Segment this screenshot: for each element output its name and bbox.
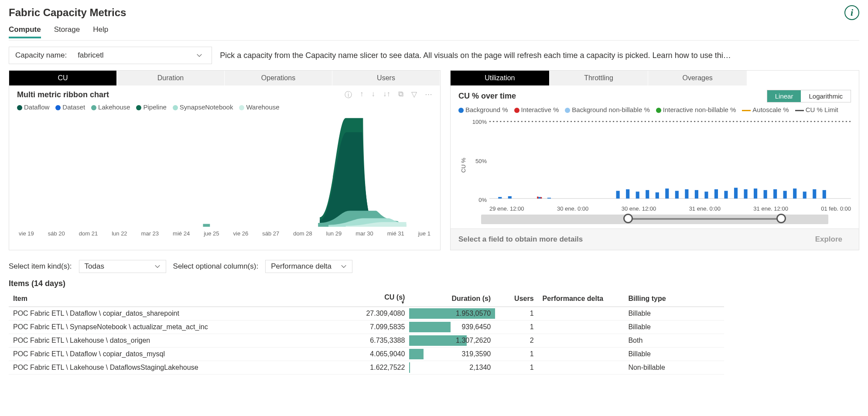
cell-billing: Billable	[624, 321, 724, 334]
svg-rect-13	[675, 191, 679, 199]
col-users[interactable]: Users	[495, 291, 538, 307]
svg-rect-20	[744, 189, 747, 198]
ribbon-chart[interactable]	[17, 113, 432, 227]
tab-cu[interactable]: CU	[9, 71, 117, 85]
cell-users: 1	[495, 361, 538, 375]
legend-item[interactable]: Dataflow	[17, 103, 49, 111]
item-kind-label: Select item kind(s):	[9, 262, 72, 271]
cu-yticks: 100%50%0%	[467, 119, 487, 203]
scale-log[interactable]: Logarithmic	[801, 90, 851, 102]
info-icon[interactable]: ⓘ	[345, 90, 352, 100]
legend-item[interactable]: Warehouse	[239, 103, 279, 111]
col-item[interactable]: Item	[9, 291, 338, 307]
arrow-down-icon[interactable]: ↓	[372, 90, 376, 100]
cell-item: POC Fabric ETL \ Dataflow \ copiar_datos…	[9, 348, 338, 361]
svg-rect-19	[734, 188, 738, 199]
svg-rect-24	[783, 191, 787, 199]
cu-yaxis-label: CU %	[458, 119, 467, 212]
scale-linear[interactable]: Linear	[767, 90, 801, 102]
table-row[interactable]: POC Fabric ETL \ Lakehouse \ datos_orige…	[9, 334, 724, 348]
right-metric-tabs: Utilization Throttling Overages	[451, 71, 747, 85]
col-cu[interactable]: CU (s)▼	[338, 291, 409, 307]
legend-item[interactable]: Background non-billable %	[565, 106, 649, 113]
legend-item[interactable]: Autoscale %	[742, 106, 789, 113]
legend-item[interactable]: Pipeline	[136, 103, 166, 111]
legend-item[interactable]: Background %	[458, 106, 508, 113]
filter-icon[interactable]: ▽	[411, 90, 417, 100]
cell-billing: Non-billable	[624, 361, 724, 375]
svg-rect-6	[547, 198, 551, 199]
cell-cu: 6.735,3388	[338, 334, 409, 348]
tab-overages[interactable]: Overages	[648, 71, 747, 85]
cu-chart[interactable]: CU % 100%50%0% 29 en	[451, 116, 859, 212]
legend-item[interactable]: Lakehouse	[91, 103, 130, 111]
table-row[interactable]: POC Fabric ETL \ SynapseNotebook \ actua…	[9, 321, 724, 334]
svg-rect-15	[695, 190, 698, 198]
cell-item: POC Fabric ETL \ Dataflow \ copiar_datos…	[9, 307, 338, 321]
svg-rect-4	[508, 196, 512, 198]
capacity-value: fabricetl	[78, 51, 104, 60]
svg-rect-14	[685, 189, 688, 198]
chevron-down-icon	[196, 52, 202, 58]
cell-duration: 1.307,2620	[409, 334, 495, 348]
left-metric-tabs: CU Duration Operations Users	[9, 71, 440, 85]
info-icon[interactable]: i	[844, 5, 859, 20]
tab-throttling[interactable]: Throttling	[550, 71, 649, 85]
tab-utilization[interactable]: Utilization	[451, 71, 550, 85]
legend-item[interactable]: CU % Limit	[795, 106, 838, 113]
slider-handle-end[interactable]	[776, 214, 786, 223]
col-perf[interactable]: Performance delta	[538, 291, 624, 307]
svg-rect-9	[636, 191, 639, 198]
tab-operations[interactable]: Operations	[225, 71, 332, 85]
cell-billing: Billable	[624, 307, 724, 321]
cell-billing: Billable	[624, 348, 724, 361]
time-range-slider[interactable]	[481, 215, 828, 224]
cu-chart-title: CU % over time	[458, 92, 516, 101]
capacity-slicer: Capacity name: fabricetl	[9, 47, 212, 64]
tab-help[interactable]: Help	[93, 25, 108, 38]
col-duration[interactable]: Duration (s)	[409, 291, 495, 307]
legend-item[interactable]: Interactive non-billable %	[656, 106, 736, 113]
sort-icon[interactable]: ↓↑	[383, 90, 390, 100]
items-table: Item CU (s)▼ Duration (s) Users Performa…	[9, 291, 724, 375]
item-kind-dropdown[interactable]: Todas	[79, 260, 166, 273]
svg-rect-23	[773, 189, 777, 198]
cell-users: 1	[495, 348, 538, 361]
table-row[interactable]: POC Fabric ETL \ Lakehouse \ DataflowsSt…	[9, 361, 724, 375]
tab-users[interactable]: Users	[332, 71, 440, 85]
table-row[interactable]: POC Fabric ETL \ Dataflow \ copiar_datos…	[9, 348, 724, 361]
svg-rect-12	[665, 188, 669, 198]
explore-button[interactable]: Explore	[806, 233, 851, 246]
tab-storage[interactable]: Storage	[54, 25, 80, 38]
svg-rect-11	[656, 192, 659, 198]
arrow-up-icon[interactable]: ↑	[360, 90, 364, 100]
svg-rect-3	[498, 197, 502, 199]
tab-compute[interactable]: Compute	[9, 25, 41, 38]
svg-rect-25	[793, 188, 796, 198]
copy-icon[interactable]: ⧉	[398, 90, 403, 100]
cell-cu: 1.622,7522	[338, 361, 409, 375]
chevron-down-icon	[154, 263, 161, 269]
capacity-dropdown[interactable]: fabricetl	[75, 50, 205, 61]
items-title: Items (14 days)	[9, 279, 859, 288]
detail-hint: Select a field to obtain more details	[458, 235, 583, 244]
cell-users: 1	[495, 307, 538, 321]
more-icon[interactable]: ⋯	[425, 90, 432, 100]
legend-item[interactable]: Dataset	[55, 103, 85, 111]
cu-xaxis: 29 ene. 12:0030 ene. 0:0030 ene. 12:0031…	[489, 205, 851, 212]
tab-duration[interactable]: Duration	[117, 71, 225, 85]
cell-item: POC Fabric ETL \ SynapseNotebook \ actua…	[9, 321, 338, 334]
cell-cu: 4.065,9040	[338, 348, 409, 361]
slider-handle-start[interactable]	[623, 214, 633, 223]
optional-cols-dropdown[interactable]: Performance delta	[265, 260, 352, 273]
cell-perf	[538, 361, 624, 375]
ribbon-xaxis: vie 19sáb 20dom 21lun 22mar 23mié 24jue …	[9, 229, 440, 242]
cell-perf	[538, 321, 624, 334]
svg-rect-8	[626, 189, 629, 198]
legend-item[interactable]: Interactive %	[514, 106, 559, 113]
legend-item[interactable]: SynapseNotebook	[173, 103, 233, 111]
capacity-label: Capacity name:	[15, 51, 67, 60]
scale-toggle: Linear Logarithmic	[767, 90, 851, 102]
col-billing[interactable]: Billing type	[624, 291, 724, 307]
table-row[interactable]: POC Fabric ETL \ Dataflow \ copiar_datos…	[9, 307, 724, 321]
